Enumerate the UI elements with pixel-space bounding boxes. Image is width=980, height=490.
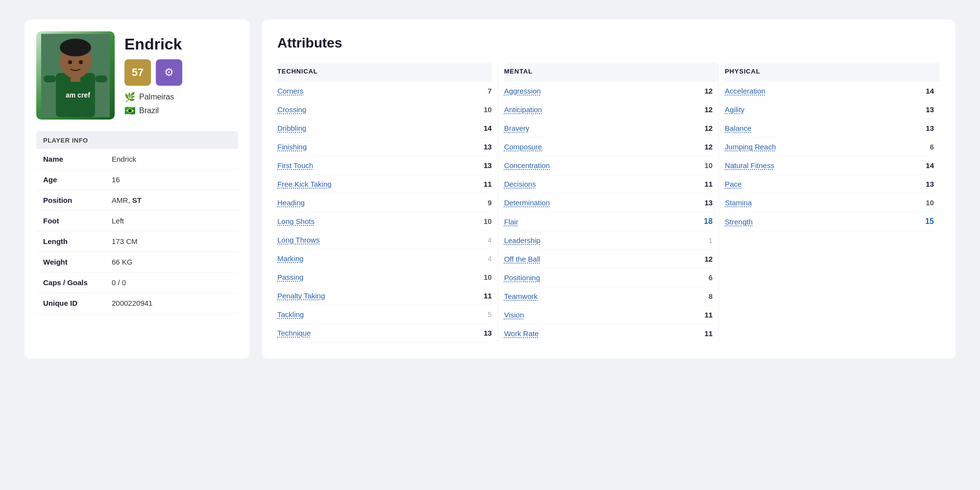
attr-value: 6 <box>698 273 712 282</box>
attr-label[interactable]: Leadership <box>504 236 540 245</box>
attr-label[interactable]: Off the Ball <box>504 255 540 263</box>
club-item-brazil: 🇧🇷 Brazil <box>124 105 182 116</box>
attr-value: 5 <box>477 310 492 318</box>
player-name: Endrick <box>124 35 182 53</box>
attr-label[interactable]: Crossing <box>277 105 306 114</box>
label-uid: Unique ID <box>36 293 105 314</box>
physical-column: PHYSICAL Acceleration14Agility13Balance1… <box>719 63 940 343</box>
attr-label[interactable]: Marking <box>277 254 303 263</box>
player-info-section: PLAYER INFO Name Endrick Age 16 Position… <box>36 131 238 314</box>
attr-label[interactable]: Bravery <box>504 124 530 132</box>
attr-value: 12 <box>698 105 712 114</box>
info-row-weight: Weight 66 KG <box>36 252 238 272</box>
mental-rows: Aggression12Anticipation12Bravery12Compo… <box>504 82 713 343</box>
attr-label[interactable]: Jumping Reach <box>725 143 776 151</box>
attr-label[interactable]: Finishing <box>277 143 307 151</box>
attr-label[interactable]: Vision <box>504 311 524 319</box>
attr-value: 4 <box>477 254 492 263</box>
attr-label[interactable]: Heading <box>277 198 305 207</box>
attr-row: First Touch13 <box>277 156 492 175</box>
attr-row: Teamwork8 <box>504 287 713 306</box>
badges: 57 ⚙ <box>124 59 182 86</box>
attr-row: Bravery12 <box>504 119 713 138</box>
attr-value: 13 <box>477 143 492 151</box>
attr-label[interactable]: Long Shots <box>277 217 315 225</box>
attr-label[interactable]: Agility <box>725 105 744 114</box>
attr-value: 13 <box>919 124 934 132</box>
attr-label[interactable]: First Touch <box>277 161 313 170</box>
attr-label[interactable]: Passing <box>277 273 303 281</box>
attr-row: Concentration10 <box>504 156 713 175</box>
label-foot: Foot <box>36 211 105 231</box>
attr-label[interactable]: Anticipation <box>504 105 542 114</box>
attr-value: 10 <box>698 161 712 170</box>
attr-label[interactable]: Free Kick Taking <box>277 180 332 188</box>
info-row-foot: Foot Left <box>36 211 238 231</box>
attr-value: 7 <box>477 87 492 95</box>
attr-label[interactable]: Natural Fitness <box>725 161 774 170</box>
label-length: Length <box>36 231 105 252</box>
attr-row: Composure12 <box>504 138 713 156</box>
mental-column: MENTAL Aggression12Anticipation12Bravery… <box>498 63 719 343</box>
label-position: Position <box>36 190 105 211</box>
attr-value: 1 <box>698 236 712 245</box>
attr-label[interactable]: Pace <box>725 180 741 188</box>
value-length: 173 CM <box>105 231 238 252</box>
attr-label[interactable]: Penalty Taking <box>277 292 325 300</box>
value-uid: 2000220941 <box>105 293 238 314</box>
attr-label[interactable]: Acceleration <box>725 87 765 95</box>
rating-badge[interactable]: 57 <box>124 59 151 86</box>
gear-icon: ⚙ <box>164 66 174 79</box>
attr-value: 12 <box>698 143 712 151</box>
attr-value: 15 <box>919 217 934 226</box>
club-info: 🌿 Palmeiras 🇧🇷 Brazil <box>124 92 182 116</box>
attr-label[interactable]: Positioning <box>504 273 540 282</box>
attr-label[interactable]: Corners <box>277 87 303 95</box>
label-name: Name <box>36 149 105 170</box>
attr-label[interactable]: Determination <box>504 198 550 207</box>
attr-label[interactable]: Stamina <box>725 198 752 207</box>
attr-label[interactable]: Aggression <box>504 87 541 95</box>
attr-label[interactable]: Dribbling <box>277 124 306 132</box>
attr-label[interactable]: Flair <box>504 218 518 226</box>
attr-row: Off the Ball12 <box>504 250 713 269</box>
attr-label[interactable]: Decisions <box>504 180 536 188</box>
physical-rows: Acceleration14Agility13Balance13Jumping … <box>725 82 934 231</box>
attr-label[interactable]: Strength <box>725 218 753 226</box>
info-row-caps: Caps / Goals 0 / 0 <box>36 272 238 293</box>
attr-value: 11 <box>698 180 712 188</box>
attr-row: Work Rate11 <box>504 324 713 343</box>
brazil-flag-icon: 🇧🇷 <box>124 105 135 116</box>
settings-badge[interactable]: ⚙ <box>156 59 182 86</box>
attr-value: 10 <box>477 105 492 114</box>
svg-point-7 <box>79 60 83 64</box>
attr-row: Tackling5 <box>277 305 492 324</box>
svg-point-6 <box>68 60 72 64</box>
attr-label[interactable]: Work Rate <box>504 329 539 338</box>
label-weight: Weight <box>36 252 105 272</box>
attr-label[interactable]: Tackling <box>277 310 304 318</box>
value-position: AMR, ST <box>105 190 238 211</box>
attr-row: Penalty Taking11 <box>277 287 492 305</box>
label-age: Age <box>36 170 105 190</box>
label-caps: Caps / Goals <box>36 272 105 293</box>
attr-value: 10 <box>477 217 492 225</box>
info-row-uid: Unique ID 2000220941 <box>36 293 238 314</box>
attr-value: 14 <box>477 124 492 132</box>
attr-label[interactable]: Technique <box>277 329 311 337</box>
attr-row: Anticipation12 <box>504 100 713 119</box>
attr-label[interactable]: Balance <box>725 124 751 132</box>
attr-value: 8 <box>698 292 712 300</box>
attr-label[interactable]: Concentration <box>504 161 550 170</box>
main-container: am cref Endrick <box>24 20 956 359</box>
attr-row: Positioning6 <box>504 269 713 287</box>
attr-value: 14 <box>919 87 934 95</box>
svg-rect-5 <box>71 75 80 82</box>
info-row-name: Name Endrick <box>36 149 238 170</box>
palmeiras-icon: 🌿 <box>124 92 135 102</box>
attr-label[interactable]: Teamwork <box>504 292 538 300</box>
attr-label[interactable]: Composure <box>504 143 542 151</box>
attr-label[interactable]: Long Throws <box>277 236 319 244</box>
info-row-age: Age 16 <box>36 170 238 190</box>
info-table: Name Endrick Age 16 Position AMR, ST Foo… <box>36 149 238 314</box>
